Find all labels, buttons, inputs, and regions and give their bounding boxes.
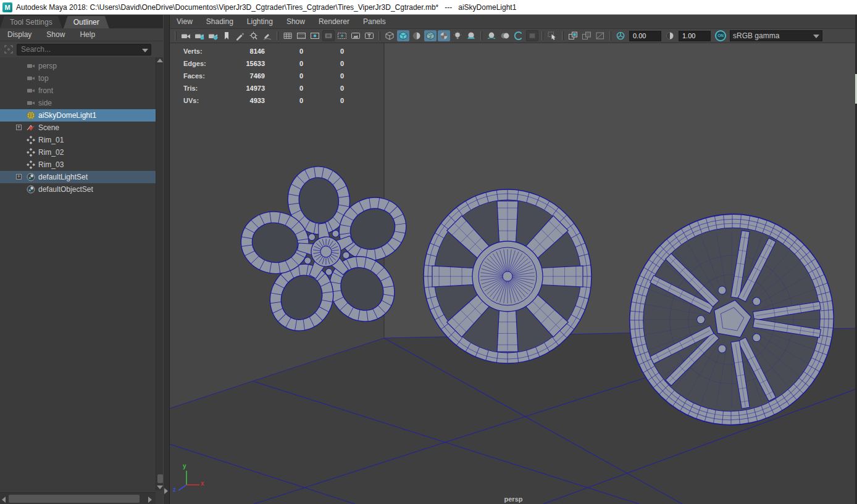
vertical-scroll-thumb[interactable] — [157, 474, 163, 483]
camera-name-label: persp — [170, 495, 857, 503]
hud-poly-count: Verts:814600 Edges:1563300 Faces:746900 … — [183, 45, 344, 107]
horizontal-scrollbar[interactable] — [0, 492, 156, 504]
camera-lock-icon[interactable] — [193, 30, 206, 41]
menu-show[interactable]: Show — [39, 30, 72, 39]
tab-outliner[interactable]: Outliner — [64, 16, 109, 28]
menu-renderer[interactable]: Renderer — [312, 17, 356, 26]
item-label: aiSkyDomeLight1 — [38, 111, 96, 120]
vertical-scrollbar[interactable] — [156, 57, 163, 490]
item-label: side — [38, 99, 52, 107]
outliner-item-persp[interactable]: persp — [0, 60, 156, 72]
plate-icon[interactable] — [526, 30, 538, 41]
item-label: Scene — [38, 123, 59, 132]
outliner-item-scene[interactable]: Scene — [0, 122, 156, 134]
scene-3d-view[interactable] — [170, 43, 857, 504]
scroll-left-icon[interactable] — [1, 495, 7, 502]
exposure-icon[interactable] — [614, 30, 627, 41]
outliner-item-rim-01[interactable]: Rim_01 — [0, 134, 156, 146]
outliner-menu-bar: Display Show Help — [0, 28, 163, 41]
menu-panels[interactable]: Panels — [356, 17, 393, 26]
outliner-item-defaultobjectset[interactable]: defaultObjectSet — [0, 183, 156, 196]
camera-icon — [26, 98, 36, 108]
item-label: defaultObjectSet — [38, 185, 93, 194]
wireframe-on-shaded-icon[interactable] — [424, 30, 437, 41]
ssao-icon[interactable] — [485, 30, 498, 41]
horizontal-scroll-thumb[interactable] — [9, 495, 140, 503]
camera-icon[interactable] — [180, 30, 192, 41]
textured-icon[interactable] — [411, 30, 423, 41]
field-chart-icon[interactable] — [336, 30, 348, 41]
film-gate-icon[interactable] — [295, 30, 307, 41]
exposure-field[interactable] — [629, 31, 661, 41]
scroll-up-icon[interactable] — [157, 57, 163, 64]
menu-view[interactable]: View — [170, 17, 199, 26]
shadows-icon[interactable] — [465, 30, 477, 41]
toolbar-separator — [378, 31, 380, 40]
toolbar-separator — [175, 31, 177, 40]
grease-pencil-icon[interactable] — [234, 30, 246, 41]
outliner-item-side[interactable]: side — [0, 97, 156, 109]
lighting-icon[interactable] — [451, 30, 464, 41]
panel-divider[interactable] — [163, 15, 170, 504]
isolate-add-icon[interactable] — [580, 30, 593, 41]
outliner-item-top[interactable]: top — [0, 72, 156, 85]
marker-icon[interactable] — [261, 30, 274, 41]
safe-action-icon[interactable] — [349, 30, 362, 41]
hud-row: Tris:1497300 — [183, 82, 344, 94]
panel-collapse-icon[interactable] — [164, 487, 168, 495]
select-cursor-icon[interactable] — [546, 30, 559, 41]
menu-lighting[interactable]: Lighting — [240, 17, 280, 26]
menu-shading[interactable]: Shading — [199, 17, 240, 26]
scroll-right-icon[interactable] — [147, 495, 153, 502]
outliner-item-rim-03[interactable]: Rim_03 — [0, 159, 156, 171]
perspective-viewport: View Shading Lighting Show Renderer Pane… — [170, 15, 857, 504]
outliner-item-rim-02[interactable]: Rim_02 — [0, 146, 156, 159]
image-plane-icon[interactable] — [594, 30, 606, 41]
isolate-select-icon[interactable] — [567, 30, 579, 41]
contrast-icon[interactable] — [664, 30, 676, 41]
outliner-item-front[interactable]: front — [0, 85, 156, 97]
motion-blur-icon[interactable] — [499, 30, 511, 41]
axis-x-label: x — [201, 480, 204, 487]
color-management-on-button[interactable]: ON — [715, 30, 726, 41]
pan-zoom-icon[interactable] — [248, 30, 260, 41]
hud-row: Verts:814600 — [183, 45, 344, 57]
maya-window: M Autodesk Maya 2018: C:\Users\David\One… — [0, 0, 857, 504]
item-label: Rim_01 — [38, 136, 64, 144]
view-transform-dropdown[interactable]: sRGB gamma — [730, 30, 822, 41]
wireframe-icon[interactable] — [383, 30, 396, 41]
grid-icon[interactable] — [282, 30, 294, 41]
viewport-canvas[interactable]: Verts:814600 Edges:1563300 Faces:746900 … — [170, 43, 857, 504]
outliner-item-aiskydomelight1[interactable]: aiSkyDomeLight1 — [0, 109, 156, 122]
safe-title-icon[interactable] — [363, 30, 375, 41]
viewport-toolbar: ON sRGB gamma — [170, 29, 857, 43]
view-transform-value: sRGB gamma — [733, 31, 779, 40]
expand-icon[interactable] — [16, 174, 22, 180]
xray-icon[interactable] — [438, 30, 450, 41]
item-label: Rim_02 — [38, 148, 64, 157]
menu-show[interactable]: Show — [280, 17, 312, 26]
outliner-search-row — [0, 41, 163, 57]
gate-mask-icon[interactable] — [322, 30, 335, 41]
search-input[interactable] — [17, 44, 151, 55]
expand-icon[interactable] — [16, 125, 22, 130]
scene-group-icon — [26, 123, 36, 133]
camera-gear-icon[interactable] — [207, 30, 219, 41]
gamma-field[interactable] — [679, 31, 711, 41]
scroll-down-icon[interactable] — [157, 484, 163, 490]
window-title: Autodesk Maya 2018: C:\Users\David\OneDr… — [16, 3, 516, 12]
smooth-shade-icon[interactable] — [397, 30, 409, 41]
rim-02-wireframe[interactable] — [424, 189, 592, 363]
search-dropdown-icon[interactable] — [142, 49, 148, 52]
toolbar-separator — [480, 31, 482, 40]
bookmark-icon[interactable] — [220, 30, 233, 41]
tab-tool-settings[interactable]: Tool Settings — [0, 16, 62, 28]
menu-help[interactable]: Help — [72, 30, 102, 39]
filter-icon[interactable] — [4, 44, 14, 54]
outliner-item-defaultlightset[interactable]: defaultLightSet — [0, 171, 156, 183]
menu-display[interactable]: Display — [0, 30, 39, 39]
camera-icon — [26, 73, 36, 83]
resolution-gate-icon[interactable] — [309, 30, 321, 41]
anti-alias-icon[interactable] — [512, 30, 525, 41]
toolbar-separator — [562, 31, 564, 40]
